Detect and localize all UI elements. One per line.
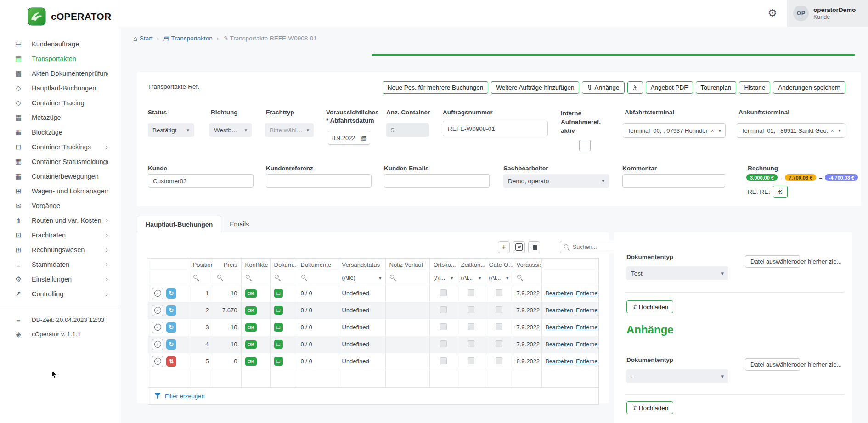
filter-position[interactable] bbox=[189, 271, 213, 285]
sidebar-item-rechnungswesen[interactable]: Rechnungswesen bbox=[0, 243, 119, 257]
interne-aufnahmeref-checkbox[interactable] bbox=[579, 140, 591, 151]
breadcrumb-home[interactable]: Start bbox=[133, 34, 153, 42]
add-orders-button[interactable]: Weitere Aufträge hinzufügen bbox=[491, 81, 579, 94]
column-dokum[interactable]: Dokum... bbox=[270, 259, 297, 271]
expand-row-button[interactable] bbox=[152, 322, 163, 333]
column-preis[interactable]: Preis bbox=[213, 259, 241, 271]
create-filter-link[interactable]: Filter erzeugen bbox=[148, 387, 598, 404]
copy-button[interactable] bbox=[528, 241, 540, 253]
dokumententyp-select[interactable]: - bbox=[626, 369, 728, 383]
filter-zeitkon[interactable]: (Al... bbox=[457, 271, 485, 285]
abfahrtsdatum-input[interactable]: 8.9.2022 bbox=[328, 131, 370, 145]
sidebar-item-akten-dokumentenpruefung[interactable]: Akten Dokumentenprüfung bbox=[0, 66, 119, 81]
column-konflikte[interactable]: Konflikte bbox=[241, 259, 270, 271]
remove-row-link[interactable]: Entfernen bbox=[576, 307, 598, 314]
sidebar-item-transportakten[interactable]: Transportakten bbox=[0, 51, 119, 66]
sidebar-item-kundenauftraege[interactable]: Kundenaufträge bbox=[0, 37, 119, 51]
clear-icon[interactable] bbox=[710, 127, 714, 134]
calendar-icon[interactable] bbox=[361, 135, 366, 141]
sidebar-item-container-statusmeldungen[interactable]: Container Statusmeldungen bbox=[0, 154, 119, 169]
filter-preis[interactable] bbox=[213, 271, 241, 285]
sidebar-item-container-tracing[interactable]: Container Tracing bbox=[0, 96, 119, 110]
gate-cycle-icon bbox=[166, 288, 176, 299]
column-position[interactable]: Position bbox=[189, 259, 213, 271]
edit-row-link[interactable]: Bearbeiten bbox=[546, 341, 573, 348]
remove-row-link[interactable]: Entfernen bbox=[576, 358, 598, 365]
upload-button[interactable]: Hochladen bbox=[626, 300, 673, 313]
user-menu[interactable]: OP operatorDemo Kunde bbox=[787, 0, 868, 27]
column-versandstatus[interactable]: Versandstatus bbox=[338, 259, 385, 271]
attachments-button[interactable]: Anhänge bbox=[582, 81, 624, 94]
clear-icon[interactable] bbox=[830, 127, 834, 134]
kundenreferenz-input[interactable] bbox=[266, 174, 372, 188]
upload-button[interactable]: Hochladen bbox=[626, 401, 673, 414]
tab-hauptlauf-buchungen[interactable]: Hauptlauf-Buchungen bbox=[137, 216, 221, 232]
sidebar-item-routen-kosten[interactable]: Routen und var. Kosten bbox=[0, 213, 119, 228]
kunden-emails-input[interactable] bbox=[384, 174, 490, 188]
expand-row-button[interactable] bbox=[152, 305, 163, 316]
filter-konflikte[interactable] bbox=[241, 271, 270, 285]
choose-file-button[interactable]: Datei auswählen bbox=[745, 358, 800, 371]
euro-button[interactable]: € bbox=[773, 186, 788, 198]
kommentar-input[interactable] bbox=[622, 174, 725, 188]
sidebar-item-einstellungen[interactable]: Einstellungen bbox=[0, 272, 119, 287]
history-button[interactable]: Historie bbox=[739, 81, 770, 94]
filter-ortsko[interactable]: (Al... bbox=[429, 271, 457, 285]
filter-dokumente[interactable] bbox=[297, 271, 338, 285]
drop-here-label: oder hierher zie... bbox=[794, 258, 842, 265]
new-position-button[interactable]: Neue Pos. für mehrere Buchungen bbox=[383, 81, 489, 94]
expand-row-button[interactable] bbox=[152, 288, 163, 299]
sidebar-item-metazuege[interactable]: Metazüge bbox=[0, 110, 119, 125]
status-select[interactable]: Bestätigt bbox=[148, 123, 194, 137]
column-ortsko[interactable]: Ortsko... bbox=[429, 259, 457, 271]
dokumententyp-select[interactable]: Test bbox=[626, 266, 728, 280]
column-voraussich[interactable]: Voraussich bbox=[513, 259, 541, 271]
expand-row-button[interactable] bbox=[152, 356, 163, 367]
ankunftsterminal-select[interactable]: Terminal_01, , 86911 Sankt Geo... bbox=[737, 123, 845, 138]
sidebar-item-stammdaten[interactable]: Stammdaten bbox=[0, 257, 119, 272]
sidebar-item-vorgaenge[interactable]: Vorgänge bbox=[0, 198, 119, 213]
filter-voraussich[interactable] bbox=[513, 271, 541, 285]
expand-row-button[interactable] bbox=[152, 339, 163, 350]
sidebar-item-frachtraten[interactable]: Frachtraten bbox=[0, 228, 119, 243]
filter-notiz-vorlauf[interactable] bbox=[385, 271, 429, 285]
filter-versandstatus[interactable]: (Alle) bbox=[338, 271, 385, 285]
save-changes-button[interactable]: Änderungen speichern bbox=[773, 81, 845, 94]
export-button[interactable] bbox=[513, 241, 525, 253]
edit-row-link[interactable]: Bearbeiten bbox=[546, 324, 573, 331]
sidebar-item-hauptlauf-buchungen[interactable]: Hauptlauf-Buchungen bbox=[0, 81, 119, 96]
column-dokumente[interactable]: Dokumente bbox=[297, 259, 338, 271]
edit-row-link[interactable]: Bearbeiten bbox=[546, 358, 573, 365]
sidebar-item-containerbewegungen[interactable]: Containerbewegungen bbox=[0, 169, 119, 184]
kunde-input[interactable] bbox=[148, 174, 254, 188]
column-notiz-vorlauf[interactable]: Notiz Vorlauf bbox=[385, 259, 429, 271]
filter-gate-o[interactable]: (Al... bbox=[485, 271, 513, 285]
remove-row-link[interactable]: Entfernen bbox=[576, 290, 598, 297]
column-gate-o[interactable]: Gate-O... bbox=[485, 259, 513, 271]
column-zeitkon[interactable]: Zeitkon... bbox=[457, 259, 485, 271]
anchor-button[interactable] bbox=[627, 81, 643, 94]
remove-row-link[interactable]: Entfernen bbox=[576, 341, 598, 348]
sidebar-item-wagen-lokmanagement[interactable]: Wagen- und Lokmanagement bbox=[0, 184, 119, 198]
filter-dokum[interactable] bbox=[270, 271, 297, 285]
tour-plan-button[interactable]: Tourenplan bbox=[696, 81, 737, 94]
edit-row-link[interactable]: Bearbeiten bbox=[546, 307, 573, 314]
breadcrumb-transportakten[interactable]: Transportakten bbox=[163, 35, 213, 42]
tab-emails[interactable]: Emails bbox=[221, 216, 257, 232]
sidebar-item-controlling[interactable]: Controlling bbox=[0, 287, 119, 301]
frachttyp-select[interactable]: Bitte wählen bbox=[265, 123, 314, 137]
chart-icon bbox=[14, 290, 23, 298]
abfahrtsterminal-select[interactable]: Terminal_00, , 07937 Hohndorf ... bbox=[623, 123, 726, 138]
app-logo[interactable]: cOPERATOR bbox=[0, 0, 119, 26]
choose-file-button[interactable]: Datei auswählen bbox=[745, 255, 800, 268]
settings-gear-icon[interactable] bbox=[767, 7, 777, 19]
sachbearbeiter-select[interactable]: Demo, operato bbox=[503, 174, 609, 188]
sidebar-item-container-truckings[interactable]: Container Truckings bbox=[0, 140, 119, 154]
offer-pdf-button[interactable]: Angebot PDF bbox=[646, 81, 693, 94]
richtung-select[interactable]: Westbound bbox=[209, 123, 252, 137]
remove-row-link[interactable]: Entfernen bbox=[576, 324, 598, 331]
sidebar-item-blockzuege[interactable]: Blockzüge bbox=[0, 125, 119, 140]
auftragsnummer-input[interactable] bbox=[443, 121, 548, 136]
add-booking-button[interactable] bbox=[498, 241, 510, 253]
edit-row-link[interactable]: Bearbeiten bbox=[546, 290, 573, 297]
